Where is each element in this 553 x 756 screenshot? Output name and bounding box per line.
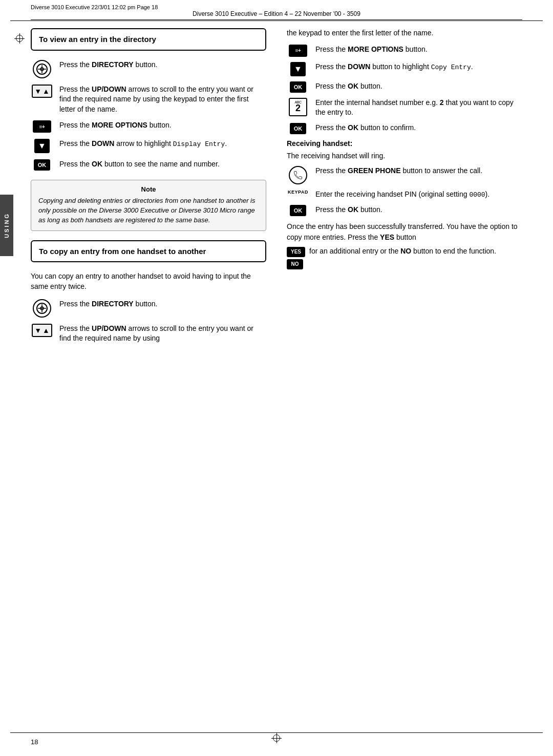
step-icon-keypad-pin: KEYPAD [287,190,309,195]
ok-icon-1: OK [34,159,50,171]
right-column: the keypad to enter the first letter of … [276,28,522,725]
bold-yes-inline: YES [380,233,394,241]
down-arrow-2: ▼ [34,326,41,334]
bold-directory: DIRECTORY [92,60,134,69]
top-border [10,20,543,21]
step-text-directory-2: Press the DIRECTORY button. [59,299,266,309]
section-copy-entry: To copy an entry from one handset to ano… [31,240,266,263]
bold-green-phone: GREEN PHONE [348,166,400,175]
page-header: Diverse 3010 Executive 22/3/01 12:02 pm … [31,4,522,20]
down-icon-r: ▼ [290,62,306,76]
keypad-label-icon: KEYPAD [288,190,308,195]
step-down-1: ▼ Press the DOWN arrow to highlight Disp… [31,139,266,153]
phone-svg [293,170,303,180]
step-icon-updown-2: ▼▲ [31,324,53,337]
header-line2: Diverse 3010 Executive – Edition 4 – 22 … [31,10,522,17]
step-text-keypad-pin: Enter the receiving handset PIN (origina… [315,190,522,200]
header-left: Diverse 3010 Executive 22/3/01 12:02 pm … [31,4,158,10]
num-2-label: 2 [295,103,301,114]
step-icon-more-options-1: ≡+ [31,120,53,133]
up-arrow: ▲ [42,87,50,95]
receiving-handset-intro: The receiving handset will ring. [287,152,522,160]
section-view-title: To view an entry in the directory [39,34,258,45]
step-green-phone: Press the GREEN PHONE button to answer t… [287,166,522,184]
right-intro-text: the keypad to enter the first letter of … [287,28,522,38]
green-phone-icon [289,166,307,184]
pin-mono: 0000 [469,191,485,199]
step-icon-updown-1: ▼▲ [31,85,53,98]
ok-icon-confirm: OK [290,123,306,134]
bold-down-r: DOWN [348,62,370,71]
step-text-updown-2: Press the UP/DOWN arrows to scroll to th… [59,324,266,344]
step-icon-down-r: ▼ [287,62,309,76]
bold-ok-confirm: OK [348,123,358,132]
bold-more-options-r: MORE OPTIONS [348,45,403,53]
step-keypad-pin: KEYPAD Enter the receiving handset PIN (… [287,190,522,200]
step-text-updown-1: Press the UP/DOWN arrows to scroll to th… [59,85,266,115]
step-text-more-options-1: Press the MORE OPTIONS button. [59,120,266,131]
note-title: Note [38,185,259,193]
step-text-more-options-r: Press the MORE OPTIONS button. [315,45,522,55]
down-icon: ▼ [34,139,50,153]
step-text-down-1: Press the DOWN arrow to highlight Displa… [59,139,266,149]
step-down-r: ▼ Press the DOWN button to highlight Cop… [287,62,522,76]
bold-updown-2: UP/DOWN [92,324,126,332]
step-icon-ok-r: OK [287,81,309,93]
step-icon-down-1: ▼ [31,139,53,153]
step-text-keypad2: Enter the internal handset number e.g. 2… [315,98,522,118]
bold-ok-r: OK [348,82,358,90]
ok-icon-r: OK [290,81,306,93]
step-directory-1: Press the DIRECTORY button. [31,60,266,78]
bold-more-options-1: MORE OPTIONS [92,121,147,129]
step-icon-more-options-r: ≡+ [287,45,309,57]
copy-intro-text: You can copy an entry to another handset… [31,271,266,291]
directory-icon-2 [33,299,51,318]
step-icon-ok-final: OK [287,205,309,216]
note-text: Copying and deleting entries or director… [38,196,259,225]
step-icon-ok-1: OK [31,159,53,171]
bold-directory-2: DIRECTORY [92,300,134,308]
ok-icon-final: OK [290,205,306,216]
receiving-handset-subtitle: Receiving handset: [287,139,522,148]
step-icon-ok-confirm: OK [287,123,309,134]
page-container: Diverse 3010 Executive 22/3/01 12:02 pm … [0,0,553,756]
yes-no-icons: YES NO [287,246,305,269]
abc-label: ABC [295,100,302,104]
step-text-ok-final: Press the OK button. [315,205,522,215]
updown-icon-2: ▼▲ [32,324,52,337]
up-arrow-2: ▲ [42,326,50,334]
step-more-options-r: ≡+ Press the MORE OPTIONS button. [287,45,522,57]
yes-no-row: YES NO for an additional entry or the NO… [287,246,522,269]
step-icon-keypad2: ABC 2 [287,98,309,116]
final-text-1: Once the entry has been successfully tra… [287,221,522,243]
side-tab-label: USING [4,213,10,238]
step-more-options-1: ≡+ Press the MORE OPTIONS button. [31,120,266,133]
yes-no-text: for an additional entry or the NO button… [309,246,496,257]
display-entry-mono: Display Entry [173,140,225,148]
step-ok-final: OK Press the OK button. [287,205,522,216]
no-icon: NO [287,259,303,269]
keypad2-icon: ABC 2 [289,98,307,116]
header-line1: Diverse 3010 Executive 22/3/01 12:02 pm … [31,4,522,10]
directory-icon [33,60,51,78]
bold-down-1: DOWN [92,139,114,148]
step-keypad2: ABC 2 Enter the internal handset number … [287,98,522,118]
section-copy-title: To copy an entry from one handset to ano… [39,246,258,257]
updown-icon: ▼▲ [32,85,52,98]
step-icon-directory-1 [31,60,53,78]
step-text-green-phone: Press the GREEN PHONE button to answer t… [315,166,522,176]
side-tab: USING [0,195,13,256]
note-box: Note Copying and deleting entries or dir… [31,180,266,231]
main-content: To view an entry in the directory [31,28,522,725]
step-text-ok-confirm: Press the OK button to confirm. [315,123,522,133]
step-ok-confirm: OK Press the OK button to confirm. [287,123,522,134]
copy-entry-mono: Copy Entry [431,64,471,71]
more-options-icon-r: ≡+ [289,45,307,57]
step-directory-2: Press the DIRECTORY button. [31,299,266,318]
left-column: To view an entry in the directory [31,28,276,725]
step-ok-r: OK Press the OK button. [287,81,522,93]
step-icon-green-phone [287,166,309,184]
step-updown-1: ▼▲ Press the UP/DOWN arrows to scroll to… [31,85,266,115]
section-view-entry: To view an entry in the directory [31,28,266,51]
bold-ok-1: OK [92,160,102,168]
